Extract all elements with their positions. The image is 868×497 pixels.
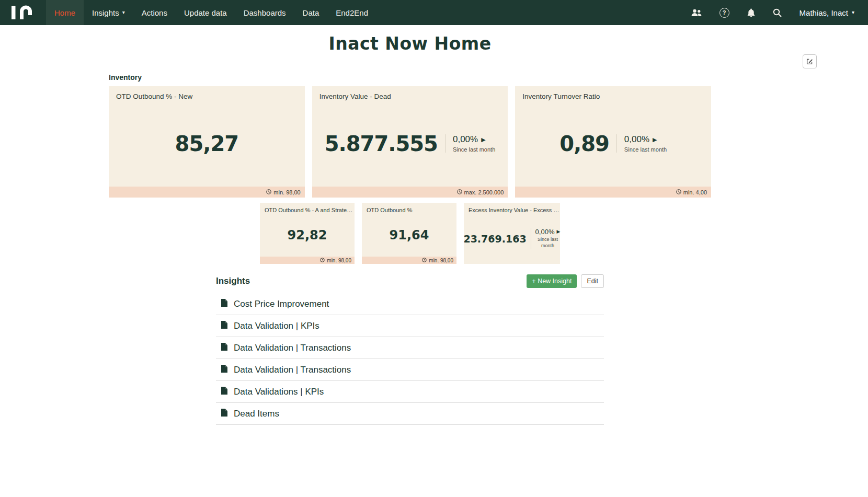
users-icon[interactable] — [691, 9, 702, 17]
kpi-card-excess-inventory-value[interactable]: Excess Inventory Value - Excess … 23.769… — [464, 203, 560, 264]
kpi-delta-value: 0,00% — [535, 228, 555, 236]
document-icon — [221, 343, 227, 353]
page-title: Inact Now Home — [109, 32, 711, 55]
insight-item-label: Data Validations | KPIs — [234, 387, 324, 397]
kpi-card-title: OTD Outbound % — [362, 203, 456, 213]
kpi-threshold-label: min. 98,00 — [429, 258, 453, 263]
kpi-delta-caption: Since last month — [624, 146, 667, 153]
insight-list-item[interactable]: Dead Items — [216, 403, 604, 425]
kpi-card-otd-outbound-a-strategic[interactable]: OTD Outbound % - A and Strate… 92,82 min… — [260, 203, 355, 264]
kpi-delta-value: 0,00% — [453, 134, 478, 145]
nav-item-update-data[interactable]: Update data — [176, 0, 235, 25]
kpi-value: 5.877.555 — [325, 132, 438, 156]
kpi-card-title: Inventory Value - Dead — [312, 86, 508, 100]
play-icon: ▶ — [556, 229, 560, 234]
kpi-card-body: 85,27 — [109, 100, 305, 187]
notifications-bell-icon[interactable] — [747, 8, 755, 17]
kpi-row-small: OTD Outbound % - A and Strate… 92,82 min… — [109, 203, 711, 264]
kpi-value: 91,64 — [390, 228, 429, 242]
nav-item-home[interactable]: Home — [46, 0, 84, 25]
main-nav: Home Insights ▾ Actions Update data Dash… — [46, 0, 376, 25]
kpi-delta: 0,00% ▶ — [624, 134, 667, 145]
insight-list-item[interactable]: Cost Price Improvement — [216, 293, 604, 315]
help-icon[interactable]: ? — [719, 8, 729, 18]
nav-item-actions[interactable]: Actions — [133, 0, 176, 25]
user-menu-label: Mathias, Inact — [800, 8, 848, 17]
edit-page-button[interactable] — [803, 54, 817, 68]
insight-list-item[interactable]: Data Validation | Transactions — [216, 359, 604, 381]
insight-item-label: Data Validation | Transactions — [234, 365, 351, 375]
kpi-threshold-label: min. 4,00 — [683, 189, 707, 195]
chevron-down-icon: ▾ — [122, 10, 125, 15]
insight-item-label: Data Validation | KPIs — [234, 321, 319, 331]
kpi-card-inventory-value-dead[interactable]: Inventory Value - Dead 5.877.555 0,00% ▶… — [312, 86, 508, 198]
kpi-card-title: Excess Inventory Value - Excess … — [464, 203, 560, 213]
kpi-card-otd-outbound-new[interactable]: OTD Outbound % - New 85,27 min. 98,00 — [109, 86, 305, 198]
kpi-card-body: 5.877.555 0,00% ▶ Since last month — [312, 100, 508, 187]
kpi-value: 85,27 — [175, 132, 239, 156]
kpi-threshold-label: min. 98,00 — [273, 189, 300, 195]
insights-section-label: Insights — [216, 276, 250, 286]
kpi-card-body: 0,89 0,00% ▶ Since last month — [515, 100, 711, 187]
kpi-value: 92,82 — [288, 228, 327, 242]
play-icon: ▶ — [653, 137, 657, 143]
kpi-delta-caption: Since last month — [453, 146, 495, 153]
nav-item-dashboards[interactable]: Dashboards — [235, 0, 294, 25]
kpi-delta-block: 0,00% ▶ Since last month — [445, 134, 495, 153]
insight-list: Cost Price Improvement Data Validation |… — [216, 293, 604, 425]
clock-icon — [457, 189, 462, 195]
top-navbar: Home Insights ▾ Actions Update data Dash… — [0, 0, 868, 25]
kpi-threshold-strip: max. 2.500.000 — [312, 187, 508, 198]
clock-icon — [320, 258, 325, 263]
kpi-value: 0,89 — [559, 132, 609, 156]
kpi-card-title: OTD Outbound % - New — [109, 86, 305, 100]
kpi-delta: 0,00% ▶ — [535, 228, 561, 236]
insights-section: Insights + New Insight Edit Cost Price I… — [216, 274, 604, 425]
kpi-card-body: 23.769.163 0,00% ▶ Since last month — [464, 213, 560, 264]
kpi-delta-caption: Since last month — [535, 237, 561, 249]
kpi-card-body: 91,64 — [362, 213, 456, 257]
document-icon — [221, 365, 227, 375]
chevron-down-icon: ▾ — [852, 10, 854, 15]
nav-item-data[interactable]: Data — [294, 0, 328, 25]
inact-logo[interactable] — [0, 0, 46, 25]
kpi-card-body: 92,82 — [260, 213, 355, 257]
kpi-delta: 0,00% ▶ — [453, 134, 495, 145]
insight-list-item[interactable]: Data Validation | Transactions — [216, 337, 604, 359]
insights-header: Insights + New Insight Edit — [216, 274, 604, 288]
kpi-value: 23.769.163 — [463, 233, 526, 245]
nav-item-insights-label: Insights — [92, 8, 119, 17]
insight-list-item[interactable]: Data Validations | KPIs — [216, 381, 604, 403]
insight-item-label: Cost Price Improvement — [234, 299, 329, 309]
kpi-threshold-label: min. 98,00 — [327, 258, 351, 263]
nav-item-insights[interactable]: Insights ▾ — [84, 0, 133, 25]
nav-item-end2end[interactable]: End2End — [327, 0, 376, 25]
new-insight-button[interactable]: + New Insight — [527, 274, 577, 288]
inventory-section: Inventory OTD Outbound % - New 85,27 min… — [109, 73, 711, 425]
inventory-section-label: Inventory — [109, 73, 711, 82]
kpi-threshold-strip: min. 98,00 — [109, 187, 305, 198]
play-icon: ▶ — [481, 137, 485, 143]
document-icon — [221, 321, 227, 331]
edit-icon — [806, 57, 813, 65]
main-content: Inact Now Home Inventory OTD Outbound % … — [0, 25, 868, 425]
edit-insights-button[interactable]: Edit — [581, 274, 604, 288]
kpi-card-otd-outbound[interactable]: OTD Outbound % 91,64 min. 98,00 — [362, 203, 456, 264]
kpi-threshold-label: max. 2.500.000 — [464, 189, 504, 195]
kpi-delta-block: 0,00% ▶ Since last month — [616, 134, 667, 153]
kpi-delta-value: 0,00% — [624, 134, 649, 145]
clock-icon — [422, 258, 427, 263]
clock-icon — [676, 189, 681, 195]
kpi-threshold-strip: min. 4,00 — [515, 187, 711, 198]
search-icon[interactable] — [773, 8, 782, 17]
insights-actions: + New Insight Edit — [527, 274, 604, 288]
insight-list-item[interactable]: Data Validation | KPIs — [216, 315, 604, 337]
document-icon — [221, 387, 227, 397]
inact-logo-icon — [10, 5, 36, 20]
kpi-card-inventory-turnover-ratio[interactable]: Inventory Turnover Ratio 0,89 0,00% ▶ Si… — [515, 86, 711, 198]
navbar-right: ? Mathias, Inact ▾ — [691, 0, 868, 25]
document-icon — [221, 299, 227, 309]
kpi-row-large: OTD Outbound % - New 85,27 min. 98,00 In… — [109, 86, 711, 198]
insight-item-label: Dead Items — [234, 409, 279, 419]
user-menu[interactable]: Mathias, Inact ▾ — [800, 8, 854, 17]
